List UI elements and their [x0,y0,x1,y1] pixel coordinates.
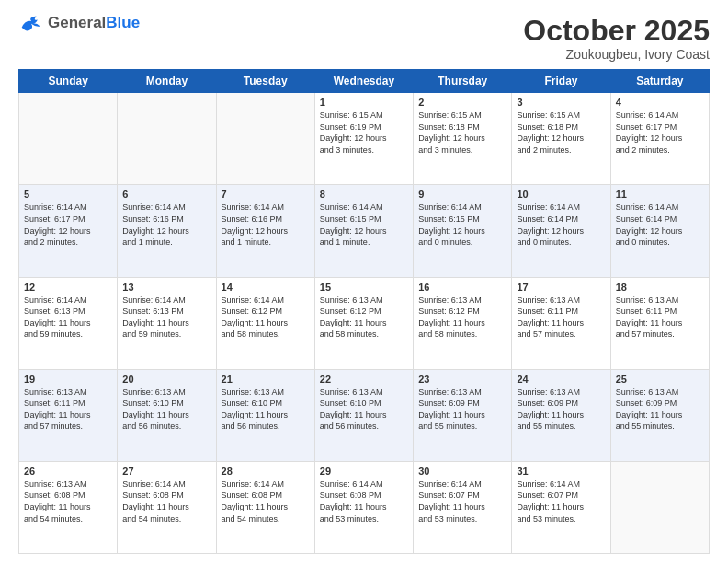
day-cell-19: 19Sunrise: 6:13 AM Sunset: 6:11 PM Dayli… [19,369,118,461]
day-cell-4: 4Sunrise: 6:14 AM Sunset: 6:17 PM Daylig… [610,93,709,185]
day-info: Sunrise: 6:13 AM Sunset: 6:10 PM Dayligh… [122,386,210,432]
day-cell-18: 18Sunrise: 6:13 AM Sunset: 6:11 PM Dayli… [610,277,709,369]
day-header-monday: Monday [118,70,216,93]
day-number: 19 [24,373,112,385]
day-number: 30 [418,465,506,477]
day-number: 5 [24,189,112,200]
day-cell-21: 21Sunrise: 6:13 AM Sunset: 6:10 PM Dayli… [216,369,314,461]
day-info: Sunrise: 6:14 AM Sunset: 6:16 PM Dayligh… [122,201,210,247]
day-info: Sunrise: 6:14 AM Sunset: 6:07 PM Dayligh… [517,478,605,524]
day-info: Sunrise: 6:13 AM Sunset: 6:12 PM Dayligh… [320,294,408,340]
day-info: Sunrise: 6:14 AM Sunset: 6:15 PM Dayligh… [320,201,408,247]
day-info: Sunrise: 6:14 AM Sunset: 6:07 PM Dayligh… [418,478,506,524]
day-number: 21 [222,373,310,385]
day-info: Sunrise: 6:13 AM Sunset: 6:08 PM Dayligh… [24,478,112,524]
day-info: Sunrise: 6:15 AM Sunset: 6:18 PM Dayligh… [418,109,506,155]
month-title: October 2025 [523,15,710,47]
day-cell-27: 27Sunrise: 6:14 AM Sunset: 6:08 PM Dayli… [118,461,216,553]
day-number: 11 [616,189,704,200]
day-info: Sunrise: 6:13 AM Sunset: 6:09 PM Dayligh… [418,386,506,432]
day-cell-empty [118,93,216,185]
day-header-friday: Friday [512,70,610,93]
day-cell-2: 2Sunrise: 6:15 AM Sunset: 6:18 PM Daylig… [414,93,512,185]
day-cell-13: 13Sunrise: 6:14 AM Sunset: 6:13 PM Dayli… [118,277,216,369]
day-cell-28: 28Sunrise: 6:14 AM Sunset: 6:08 PM Dayli… [216,461,314,553]
day-info: Sunrise: 6:14 AM Sunset: 6:12 PM Dayligh… [222,294,310,340]
day-cell-25: 25Sunrise: 6:13 AM Sunset: 6:09 PM Dayli… [610,369,709,461]
day-number: 13 [122,282,210,293]
day-number: 31 [517,465,605,477]
day-info: Sunrise: 6:14 AM Sunset: 6:08 PM Dayligh… [320,478,408,524]
day-cell-3: 3Sunrise: 6:15 AM Sunset: 6:18 PM Daylig… [512,93,610,185]
day-cell-1: 1Sunrise: 6:15 AM Sunset: 6:19 PM Daylig… [314,93,413,185]
day-number: 18 [616,282,704,293]
calendar-header-row: SundayMondayTuesdayWednesdayThursdayFrid… [19,70,710,93]
day-number: 27 [122,465,210,477]
day-number: 14 [222,282,310,293]
week-row-4: 19Sunrise: 6:13 AM Sunset: 6:11 PM Dayli… [19,369,710,461]
day-info: Sunrise: 6:14 AM Sunset: 6:15 PM Dayligh… [418,201,506,247]
day-cell-empty [19,93,118,185]
day-number: 7 [222,189,310,200]
day-cell-20: 20Sunrise: 6:13 AM Sunset: 6:10 PM Dayli… [118,369,216,461]
day-cell-15: 15Sunrise: 6:13 AM Sunset: 6:12 PM Dayli… [314,277,413,369]
title-section: October 2025 Zoukougbeu, Ivory Coast [523,15,710,62]
calendar: SundayMondayTuesdayWednesdayThursdayFrid… [18,69,710,554]
day-number: 1 [320,97,408,108]
week-row-3: 12Sunrise: 6:14 AM Sunset: 6:13 PM Dayli… [19,277,710,369]
day-cell-16: 16Sunrise: 6:13 AM Sunset: 6:12 PM Dayli… [414,277,512,369]
day-number: 3 [517,97,605,108]
day-number: 10 [517,189,605,200]
day-header-thursday: Thursday [414,70,512,93]
day-info: Sunrise: 6:13 AM Sunset: 6:11 PM Dayligh… [517,294,605,340]
day-cell-6: 6Sunrise: 6:14 AM Sunset: 6:16 PM Daylig… [118,185,216,277]
day-info: Sunrise: 6:13 AM Sunset: 6:12 PM Dayligh… [418,294,506,340]
day-cell-7: 7Sunrise: 6:14 AM Sunset: 6:16 PM Daylig… [216,185,314,277]
day-number: 24 [517,373,605,385]
day-number: 22 [320,373,408,385]
day-cell-17: 17Sunrise: 6:13 AM Sunset: 6:11 PM Dayli… [512,277,610,369]
week-row-5: 26Sunrise: 6:13 AM Sunset: 6:08 PM Dayli… [19,461,710,553]
day-cell-14: 14Sunrise: 6:14 AM Sunset: 6:12 PM Dayli… [216,277,314,369]
day-info: Sunrise: 6:13 AM Sunset: 6:10 PM Dayligh… [320,386,408,432]
day-header-sunday: Sunday [19,70,118,93]
day-number: 4 [616,97,704,108]
day-cell-30: 30Sunrise: 6:14 AM Sunset: 6:07 PM Dayli… [414,461,512,553]
logo-text: GeneralBlue [48,15,140,32]
day-number: 20 [122,373,210,385]
day-number: 2 [418,97,506,108]
logo-bird-icon [18,15,44,35]
day-info: Sunrise: 6:15 AM Sunset: 6:18 PM Dayligh… [517,109,605,155]
day-number: 28 [222,465,310,477]
day-info: Sunrise: 6:13 AM Sunset: 6:11 PM Dayligh… [24,386,112,432]
day-header-saturday: Saturday [610,70,709,93]
day-cell-10: 10Sunrise: 6:14 AM Sunset: 6:14 PM Dayli… [512,185,610,277]
day-info: Sunrise: 6:14 AM Sunset: 6:14 PM Dayligh… [616,201,704,247]
day-number: 25 [616,373,704,385]
day-info: Sunrise: 6:14 AM Sunset: 6:17 PM Dayligh… [24,201,112,247]
day-info: Sunrise: 6:14 AM Sunset: 6:16 PM Dayligh… [222,201,310,247]
day-number: 23 [418,373,506,385]
day-cell-8: 8Sunrise: 6:14 AM Sunset: 6:15 PM Daylig… [314,185,413,277]
day-number: 16 [418,282,506,293]
header: GeneralBlue October 2025 Zoukougbeu, Ivo… [18,15,710,62]
day-info: Sunrise: 6:14 AM Sunset: 6:17 PM Dayligh… [616,109,704,155]
day-number: 12 [24,282,112,293]
day-header-tuesday: Tuesday [216,70,314,93]
week-row-2: 5Sunrise: 6:14 AM Sunset: 6:17 PM Daylig… [19,185,710,277]
day-number: 29 [320,465,408,477]
day-cell-12: 12Sunrise: 6:14 AM Sunset: 6:13 PM Dayli… [19,277,118,369]
day-cell-22: 22Sunrise: 6:13 AM Sunset: 6:10 PM Dayli… [314,369,413,461]
day-cell-26: 26Sunrise: 6:13 AM Sunset: 6:08 PM Dayli… [19,461,118,553]
day-info: Sunrise: 6:13 AM Sunset: 6:09 PM Dayligh… [517,386,605,432]
day-number: 26 [24,465,112,477]
day-number: 6 [122,189,210,200]
day-cell-29: 29Sunrise: 6:14 AM Sunset: 6:08 PM Dayli… [314,461,413,553]
week-row-1: 1Sunrise: 6:15 AM Sunset: 6:19 PM Daylig… [19,93,710,185]
day-info: Sunrise: 6:15 AM Sunset: 6:19 PM Dayligh… [320,109,408,155]
day-number: 8 [320,189,408,200]
day-cell-11: 11Sunrise: 6:14 AM Sunset: 6:14 PM Dayli… [610,185,709,277]
day-info: Sunrise: 6:14 AM Sunset: 6:14 PM Dayligh… [517,201,605,247]
day-cell-31: 31Sunrise: 6:14 AM Sunset: 6:07 PM Dayli… [512,461,610,553]
day-info: Sunrise: 6:13 AM Sunset: 6:10 PM Dayligh… [222,386,310,432]
